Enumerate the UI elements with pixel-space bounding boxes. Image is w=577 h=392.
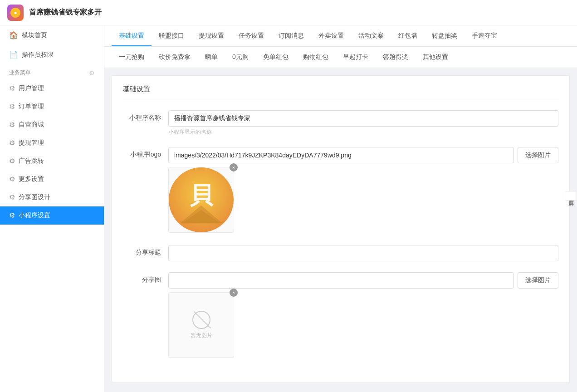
share-image-label: 分享图 (123, 272, 168, 284)
logo-preview-image: 貝 (169, 167, 234, 233)
miniapp-logo-row: 小程序logo 选择图片 (123, 147, 558, 234)
tab-withdraw-settings[interactable]: 提现设置 (191, 25, 231, 46)
sidebar-item-user-management[interactable]: ⚙ 用户管理 (0, 79, 104, 98)
form-card: 基础设置 小程序名称 小程序显示的名称 小程序logo 选择图片 (112, 75, 570, 383)
sidebar-item-self-store[interactable]: ⚙ 自营商城 (0, 116, 104, 134)
share-title-control (168, 245, 558, 261)
menu-label-more: 更多设置 (19, 175, 44, 183)
gear-icon-more: ⚙ (9, 175, 15, 183)
tab-zero-yuan-buy[interactable]: 0元购 (225, 47, 256, 68)
header: ● 首席赚钱省钱专家多开 (0, 0, 577, 25)
gear-icon-ad: ⚙ (9, 157, 15, 165)
doc-icon: 📄 (9, 50, 18, 59)
logo-preview-wrap: 貝 × (168, 167, 234, 233)
sidebar: 🏠 模块首页 📄 操作员权限 业务菜单 ⚙ ⚙ 用户管理 ⚙ 订单管理 ⚙ 自营… (0, 25, 104, 392)
miniapp-name-hint: 小程序显示的名称 (168, 128, 558, 136)
gear-icon-withdraw: ⚙ (9, 139, 15, 147)
tab-answer-prize[interactable]: 答题得奖 (376, 47, 416, 68)
tab-other-settings[interactable]: 其他设置 (416, 47, 455, 68)
sidebar-item-share-design[interactable]: ⚙ 分享图设计 (0, 188, 104, 206)
tabs-row-1: 基础设置 联盟接口 提现设置 任务设置 订阅消息 外卖设置 活动文案 红包墙 (104, 25, 577, 47)
tab-shopping-red-envelope[interactable]: 购物红包 (296, 47, 336, 68)
sidebar-item-order-management[interactable]: ⚙ 订单管理 (0, 98, 104, 116)
sidebar-section-title: 业务菜单 ⚙ (0, 64, 104, 79)
share-image-close-button[interactable]: × (230, 289, 238, 297)
share-image-control: 选择图片 暂无图片 × (168, 272, 558, 358)
home-icon: 🏠 (9, 31, 18, 39)
share-title-input[interactable] (168, 245, 558, 261)
gear-icon-share: ⚙ (9, 193, 15, 201)
sidebar-item-operator-permission[interactable]: 📄 操作员权限 (0, 45, 104, 64)
wide-screen-button[interactable]: 宽 屏 (565, 191, 577, 201)
app-logo: ● (7, 5, 24, 21)
miniapp-logo-control: 选择图片 (168, 147, 558, 234)
tab-spin-lottery[interactable]: 转盘抽奖 (425, 25, 465, 46)
tab-early-clock[interactable]: 早起打卡 (336, 47, 376, 68)
tab-slash-free[interactable]: 砍价免费拿 (152, 47, 198, 68)
main-layout: 🏠 模块首页 📄 操作员权限 业务菜单 ⚙ ⚙ 用户管理 ⚙ 订单管理 ⚙ 自营… (0, 25, 577, 392)
menu-label-user: 用户管理 (19, 84, 44, 93)
gear-icon-order: ⚙ (9, 103, 15, 111)
sidebar-item-module-home[interactable]: 🏠 模块首页 (0, 25, 104, 45)
share-image-input[interactable] (168, 272, 514, 289)
logo-input-group: 选择图片 (168, 147, 558, 163)
scroll-content: 基础设置 小程序名称 小程序显示的名称 小程序logo 选择图片 (104, 68, 577, 392)
tab-show-order[interactable]: 晒单 (198, 47, 225, 68)
share-title-label: 分享标题 (123, 245, 168, 257)
gear-icon-miniapp: ⚙ (9, 211, 15, 220)
sidebar-nav-label-home: 模块首页 (22, 31, 47, 39)
choose-logo-button[interactable]: 选择图片 (518, 147, 558, 163)
no-image-text: 暂无图片 (191, 332, 212, 339)
tab-delivery-settings[interactable]: 外卖设置 (311, 25, 351, 46)
sidebar-item-more-settings[interactable]: ⚙ 更多设置 (0, 170, 104, 188)
tab-subscribe-msg[interactable]: 订阅消息 (271, 25, 311, 46)
logo-icon: ● (10, 8, 20, 18)
share-image-row: 分享图 选择图片 暂无图片 × (123, 272, 558, 358)
menu-label-order: 订单管理 (19, 103, 44, 111)
menu-label-share: 分享图设计 (19, 193, 50, 201)
share-image-input-group: 选择图片 (168, 272, 558, 289)
logo-preview-box: 貝 (168, 167, 234, 233)
tabs-row-2: 一元抢购 砍价免费拿 晒单 0元购 免单红包 购物红包 早起打卡 答题得奖 (104, 47, 577, 68)
no-image-icon (192, 311, 210, 329)
no-image-placeholder: 暂无图片 (168, 292, 234, 358)
miniapp-logo-label: 小程序logo (123, 147, 168, 159)
tab-red-envelope-wall[interactable]: 红包墙 (391, 25, 425, 46)
share-title-row: 分享标题 (123, 245, 558, 261)
gear-icon-user: ⚙ (9, 84, 15, 93)
app-title: 首席赚钱省钱专家多开 (29, 8, 102, 17)
sidebar-section-icon: ⚙ (89, 69, 95, 77)
tab-task-settings[interactable]: 任务设置 (231, 25, 271, 46)
share-image-preview-wrap: 暂无图片 × (168, 292, 234, 358)
miniapp-name-label: 小程序名称 (123, 110, 168, 122)
logo-close-button[interactable]: × (230, 163, 238, 172)
svg-text:貝: 貝 (190, 182, 214, 208)
sidebar-nav-label-operator: 操作员权限 (22, 51, 54, 59)
tab-basic-settings[interactable]: 基础设置 (112, 25, 152, 46)
sidebar-item-ad-redirect[interactable]: ⚙ 广告跳转 (0, 152, 104, 170)
tab-one-yuan-grab[interactable]: 一元抢购 (112, 47, 152, 68)
menu-label-withdraw: 提现管理 (19, 139, 44, 147)
miniapp-logo-input[interactable] (168, 147, 514, 163)
miniapp-name-input[interactable] (168, 110, 558, 127)
tab-activity-copy[interactable]: 活动文案 (351, 25, 391, 46)
tab-free-red-envelope[interactable]: 免单红包 (256, 47, 296, 68)
menu-label-store: 自营商城 (19, 121, 44, 129)
miniapp-name-control: 小程序显示的名称 (168, 110, 558, 136)
tab-hand-speed-treasure[interactable]: 手速夺宝 (465, 25, 504, 46)
miniapp-name-row: 小程序名称 小程序显示的名称 (123, 110, 558, 136)
sidebar-item-miniapp-settings[interactable]: ⚙ 小程序设置 (0, 206, 104, 225)
choose-share-image-button[interactable]: 选择图片 (518, 272, 558, 289)
sidebar-item-withdraw-management[interactable]: ⚙ 提现管理 (0, 134, 104, 152)
form-card-title: 基础设置 (123, 85, 558, 99)
content-area: 基础设置 联盟接口 提现设置 任务设置 订阅消息 外卖设置 活动文案 红包墙 (104, 25, 577, 392)
gear-icon-store: ⚙ (9, 121, 15, 129)
menu-label-ad: 广告跳转 (19, 157, 44, 165)
menu-label-miniapp: 小程序设置 (19, 211, 50, 220)
tab-alliance-api[interactable]: 联盟接口 (152, 25, 191, 46)
